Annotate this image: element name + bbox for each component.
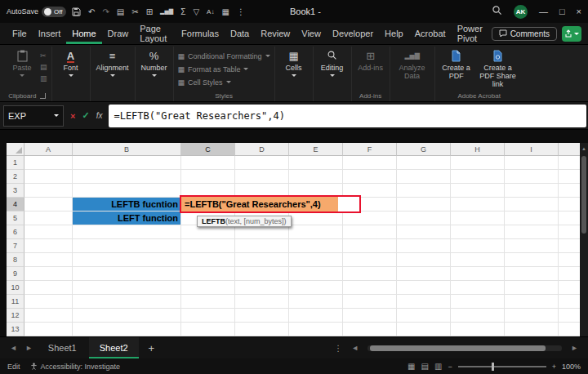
cell-E9[interactable] — [289, 267, 343, 281]
tab-acrobat[interactable]: Acrobat — [409, 23, 452, 44]
cell-H11[interactable] — [451, 295, 505, 309]
tab-file[interactable]: File — [7, 23, 33, 44]
cell-I5[interactable] — [505, 211, 559, 225]
scroll-up-icon[interactable]: ▲ — [581, 145, 586, 153]
column-header-f[interactable]: F — [343, 143, 397, 156]
cell-D1[interactable] — [235, 156, 289, 170]
zoom-level[interactable]: 100% — [562, 363, 581, 371]
cell-D11[interactable] — [235, 295, 289, 309]
save-icon[interactable] — [72, 7, 81, 16]
cell-C7[interactable] — [181, 239, 235, 253]
cell-B10[interactable] — [73, 281, 181, 295]
cell-D10[interactable] — [235, 281, 289, 295]
share-button[interactable] — [562, 26, 581, 42]
cell-A3[interactable] — [24, 184, 73, 198]
row-header-4[interactable]: 4 — [7, 198, 24, 211]
cell-C2[interactable] — [181, 170, 235, 184]
cell-G4[interactable] — [397, 198, 451, 211]
cell-F6[interactable] — [343, 225, 397, 239]
edit-cell-overlay[interactable]: =LEFTB("Great Researchers",4) — [180, 195, 361, 213]
conditional-formatting-button[interactable]: ▦ Conditional Formatting — [178, 50, 270, 62]
tab-power-pivot[interactable]: Power Pivot — [452, 23, 492, 44]
cell-F1[interactable] — [343, 156, 397, 170]
cell-G3[interactable] — [397, 184, 451, 198]
close-button[interactable]: × — [577, 7, 581, 16]
cell-A1[interactable] — [24, 156, 73, 170]
cell-A5[interactable] — [24, 211, 73, 225]
cell-B2[interactable] — [73, 170, 181, 184]
cell-H13[interactable] — [451, 323, 505, 336]
hscroll-right-icon[interactable]: ► — [568, 344, 581, 352]
sheet-tab-sheet2[interactable]: Sheet2 — [89, 337, 139, 358]
cell-B1[interactable] — [73, 156, 181, 170]
row-header-11[interactable]: 11 — [7, 295, 24, 309]
cell-I3[interactable] — [505, 184, 559, 198]
cell-F11[interactable] — [343, 295, 397, 309]
sheet-tab-sheet1[interactable]: Sheet1 — [38, 337, 87, 358]
column-header-a[interactable]: A — [24, 143, 73, 156]
qat-cut-icon[interactable]: ✂ — [131, 7, 138, 16]
paste-button[interactable]: Paste — [7, 47, 37, 77]
column-header-c[interactable]: C — [181, 143, 235, 156]
cell-styles-button[interactable]: ▦ Cell Styles — [178, 76, 270, 88]
cell-G12[interactable] — [397, 309, 451, 323]
column-header-b[interactable]: B — [73, 143, 181, 156]
font-menu-button[interactable]: A Font — [56, 47, 86, 77]
cell-I2[interactable] — [505, 170, 559, 184]
cell-E2[interactable] — [289, 170, 343, 184]
cell-A12[interactable] — [24, 309, 73, 323]
cell-I9[interactable] — [505, 267, 559, 281]
column-header-i[interactable]: I — [505, 143, 559, 156]
horizontal-scrollbar[interactable] — [368, 345, 562, 351]
page-break-view-icon[interactable]: ▥ — [434, 362, 442, 371]
cell-G5[interactable] — [397, 211, 451, 225]
row-header-3[interactable]: 3 — [7, 184, 24, 198]
autosave-switch[interactable]: Off — [42, 7, 66, 17]
cell-C11[interactable] — [181, 295, 235, 309]
hscroll-left-icon[interactable]: ◄ — [348, 344, 362, 352]
undo-icon[interactable]: ↶ — [88, 7, 95, 16]
cell-A11[interactable] — [24, 295, 73, 309]
add-sheet-button[interactable]: + — [140, 342, 163, 354]
cell-E8[interactable] — [289, 253, 343, 267]
cell-H4[interactable] — [451, 198, 505, 211]
sheet-options-dots-icon[interactable]: ⋮ — [334, 344, 342, 353]
qat-sort-icon[interactable]: A↓ — [207, 8, 214, 16]
tab-developer[interactable]: Developer — [327, 23, 379, 44]
cell-C6[interactable] — [181, 225, 235, 239]
cell-A6[interactable] — [24, 225, 73, 239]
cell-C13[interactable] — [181, 323, 235, 336]
row-header-12[interactable]: 12 — [7, 309, 24, 323]
row-header-1[interactable]: 1 — [7, 156, 24, 170]
cell-I10[interactable] — [505, 281, 559, 295]
qat-filter-icon[interactable]: ▽ — [193, 7, 199, 16]
sheet-nav-left-icon[interactable]: ◄ — [7, 344, 20, 352]
zoom-out-icon[interactable]: − — [448, 363, 452, 371]
column-header-e[interactable]: E — [289, 143, 343, 156]
accessibility-checker[interactable]: Accessibility: Investigate — [30, 363, 121, 371]
cell-G7[interactable] — [397, 239, 451, 253]
row-header-13[interactable]: 13 — [7, 323, 24, 336]
tab-home[interactable]: Home — [66, 23, 101, 44]
zoom-slider-thumb[interactable] — [492, 363, 494, 371]
cell-B8[interactable] — [73, 253, 181, 267]
cell-G10[interactable] — [397, 281, 451, 295]
cell-C1[interactable] — [181, 156, 235, 170]
cell-B11[interactable] — [73, 295, 181, 309]
cell-F2[interactable] — [343, 170, 397, 184]
cell-H9[interactable] — [451, 267, 505, 281]
cell-D6[interactable] — [235, 225, 289, 239]
cell-E10[interactable] — [289, 281, 343, 295]
redo-icon[interactable]: ↷ — [102, 7, 109, 16]
cells-menu-button[interactable]: ▦ Cells — [279, 47, 309, 77]
qat-table-icon[interactable]: ⊞ — [146, 7, 153, 16]
format-painter-icon[interactable]: ▥ — [40, 74, 47, 82]
zoom-slider[interactable] — [458, 366, 546, 367]
tab-help[interactable]: Help — [379, 23, 409, 44]
autosave-toggle[interactable]: AutoSave Off — [7, 7, 66, 17]
cell-F8[interactable] — [343, 253, 397, 267]
cell-A10[interactable] — [24, 281, 73, 295]
row-header-7[interactable]: 7 — [7, 239, 24, 253]
avatar[interactable]: AK — [514, 5, 528, 19]
normal-view-icon[interactable]: ▦ — [408, 362, 415, 371]
